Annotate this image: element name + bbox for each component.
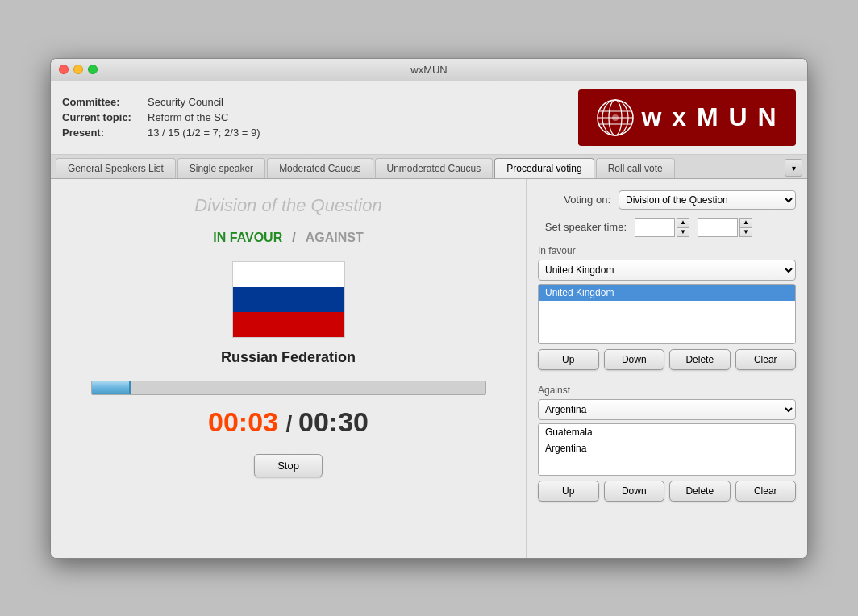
against-dropdown[interactable]: Argentina Guatemala xyxy=(538,399,796,420)
tab-procedural-voting[interactable]: Procedural voting xyxy=(494,158,594,178)
seconds-up-button[interactable]: ▲ xyxy=(739,218,752,227)
logo-text: w x M U N xyxy=(641,102,777,132)
seconds-input[interactable]: 30 xyxy=(698,218,738,237)
voting-on-row: Voting on: Division of the Question Amen… xyxy=(538,190,796,210)
un-emblem-icon xyxy=(596,98,635,137)
minutes-spinner: 0 ▲ ▼ xyxy=(635,218,689,237)
country-name: Russian Federation xyxy=(221,349,356,366)
flag-stripe-blue xyxy=(233,287,344,312)
tab-moderated-caucus[interactable]: Moderated Caucus xyxy=(267,158,373,178)
against-list-item-guatemala[interactable]: Guatemala xyxy=(539,424,795,440)
against-down-button[interactable]: Down xyxy=(604,481,665,502)
header: Committee: Security Council Current topi… xyxy=(51,81,807,155)
main-window: wxMUN Committee: Security Council Curren… xyxy=(50,58,808,559)
timer-current: 00:03 xyxy=(208,406,278,437)
in-favour-btn-row: Up Down Delete Clear xyxy=(538,349,796,370)
flag-stripe-white xyxy=(233,262,344,287)
main-content: Division of the Question IN FAVOUR / AGA… xyxy=(51,179,807,558)
topic-label: Current topic: xyxy=(62,111,143,123)
topic-value: Reform of the SC xyxy=(148,111,228,123)
against-section-label: Against xyxy=(538,385,796,396)
logo: w x M U N xyxy=(578,89,796,146)
in-favour-clear-button[interactable]: Clear xyxy=(735,349,797,370)
in-favour-section-label: In favour xyxy=(538,245,796,256)
committee-label: Committee: xyxy=(62,96,143,108)
in-favour-list: United Kingdom xyxy=(538,284,796,344)
minutes-up-button[interactable]: ▲ xyxy=(677,218,689,227)
progress-bar-container xyxy=(91,381,486,395)
progress-bar-fill xyxy=(92,381,131,394)
tab-general-speakers[interactable]: General Speakers List xyxy=(56,158,176,178)
tab-single-speaker[interactable]: Single speaker xyxy=(177,158,265,178)
country-flag xyxy=(232,261,345,338)
voting-on-label: Voting on: xyxy=(538,194,610,206)
against-btn-row: Up Down Delete Clear xyxy=(538,481,796,502)
left-panel: Division of the Question IN FAVOUR / AGA… xyxy=(51,179,527,558)
in-favour-up-button[interactable]: Up xyxy=(538,349,599,370)
topic-row: Current topic: Reform of the SC xyxy=(62,111,260,123)
in-favour-delete-button[interactable]: Delete xyxy=(669,349,731,370)
window-title: wxMUN xyxy=(410,64,448,76)
titlebar: wxMUN xyxy=(51,59,807,81)
in-favour-label: IN FAVOUR xyxy=(213,231,282,245)
against-label: AGAINST xyxy=(306,231,364,245)
header-info: Committee: Security Council Current topi… xyxy=(62,96,260,139)
present-row: Present: 13 / 15 (1/2 = 7; 2/3 = 9) xyxy=(62,127,260,139)
committee-value: Security Council xyxy=(148,96,223,108)
present-value: 13 / 15 (1/2 = 7; 2/3 = 9) xyxy=(148,127,260,139)
seconds-spinner: 30 ▲ ▼ xyxy=(698,218,752,237)
stop-button[interactable]: Stop xyxy=(254,454,323,477)
timer-total: 00:30 xyxy=(298,406,369,437)
against-list-item-argentina[interactable]: Argentina xyxy=(539,440,795,456)
flag-stripe-red xyxy=(233,312,344,337)
tab-dropdown-button[interactable]: ▾ xyxy=(785,159,802,177)
tab-bar: General Speakers List Single speaker Mod… xyxy=(51,155,807,179)
voting-on-select[interactable]: Division of the Question Amendment Resol… xyxy=(619,190,796,210)
in-favour-dropdown[interactable]: United Kingdom xyxy=(538,260,796,281)
traffic-lights xyxy=(59,65,98,74)
in-favour-list-item-uk[interactable]: United Kingdom xyxy=(539,285,795,301)
minutes-down-button[interactable]: ▼ xyxy=(677,227,689,237)
close-button[interactable] xyxy=(59,65,69,74)
seconds-down-button[interactable]: ▼ xyxy=(739,227,752,237)
tab-roll-call[interactable]: Roll call vote xyxy=(596,158,675,178)
against-list: Guatemala Argentina xyxy=(538,423,796,476)
speaker-time-label: Set speaker time: xyxy=(538,221,627,233)
right-panel: Voting on: Division of the Question Amen… xyxy=(527,179,807,558)
against-up-button[interactable]: Up xyxy=(538,481,599,502)
svg-point-6 xyxy=(612,114,619,121)
against-delete-button[interactable]: Delete xyxy=(669,481,731,502)
seconds-spinners: ▲ ▼ xyxy=(739,218,752,237)
minimize-button[interactable] xyxy=(73,65,83,74)
timer-display: 00:03 / 00:30 xyxy=(208,406,369,438)
against-section: Against Argentina Guatemala Guatemala Ar… xyxy=(538,385,796,502)
separator: / xyxy=(292,231,295,245)
russian-federation-flag xyxy=(233,262,344,337)
minutes-spinners: ▲ ▼ xyxy=(677,218,689,237)
in-favour-section: In favour United Kingdom United Kingdom … xyxy=(538,245,796,370)
against-clear-button[interactable]: Clear xyxy=(735,481,797,502)
speaker-time-row: Set speaker time: 0 ▲ ▼ 30 ▲ ▼ xyxy=(538,218,796,237)
present-label: Present: xyxy=(62,127,143,139)
minutes-input[interactable]: 0 xyxy=(635,218,675,237)
tab-unmoderated-caucus[interactable]: Unmoderated Caucus xyxy=(375,158,494,178)
voting-title: Division of the Question xyxy=(194,195,381,216)
committee-row: Committee: Security Council xyxy=(62,96,260,108)
timer-separator: / xyxy=(285,411,298,436)
in-favour-down-button[interactable]: Down xyxy=(604,349,665,370)
maximize-button[interactable] xyxy=(88,65,98,74)
in-favour-against: IN FAVOUR / AGAINST xyxy=(213,231,363,245)
